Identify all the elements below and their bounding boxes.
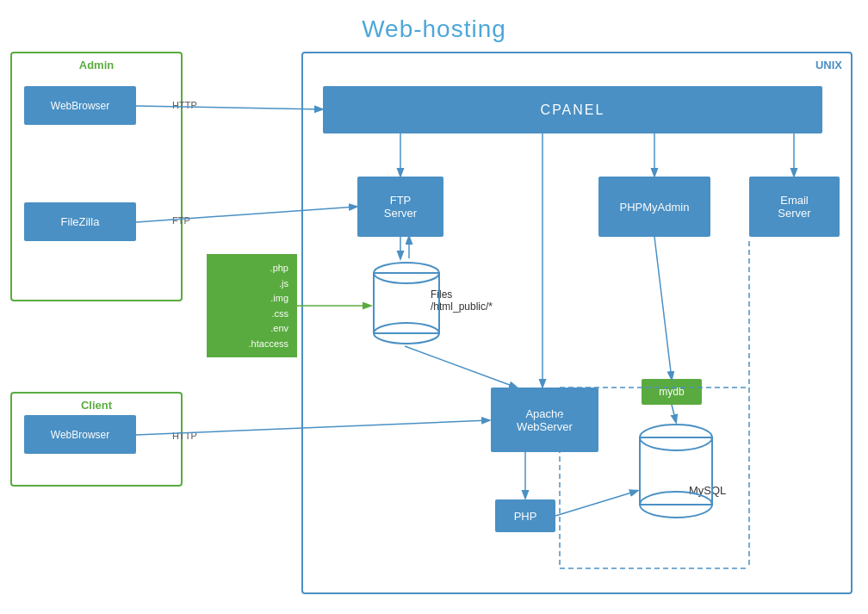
page-title: Web-hosting	[0, 7, 868, 43]
email-server-box: Email Server	[749, 177, 840, 237]
file-list-box: .php .js .img .css .env .htaccess	[207, 254, 297, 357]
php-box: PHP	[495, 499, 555, 532]
apache-box: Apache WebServer	[491, 388, 598, 452]
files-cylinder	[372, 260, 441, 346]
webbrowser-client-box: WebBrowser	[24, 415, 136, 454]
ftp-label: FTP	[172, 215, 190, 226]
diagram-container: Web-hosting Admin Client UNIX WebBrowser…	[0, 0, 868, 614]
phpmyadmin-box: PHPMyAdmin	[598, 177, 710, 237]
mydb-box: mydb	[642, 379, 702, 405]
cpanel-box: CPANEL	[323, 86, 822, 133]
mysql-cylinder	[637, 422, 715, 521]
svg-rect-1	[374, 273, 439, 333]
http-client-label: HTTP	[172, 431, 197, 441]
http-admin-label: HTTP	[172, 100, 197, 110]
admin-label: Admin	[79, 59, 114, 71]
ftp-server-box: FTP Server	[357, 177, 443, 237]
webbrowser-admin-box: WebBrowser	[24, 86, 136, 125]
filezilla-box: FileZilla	[24, 202, 136, 241]
unix-label: UNIX	[815, 59, 842, 71]
client-label: Client	[81, 399, 112, 412]
